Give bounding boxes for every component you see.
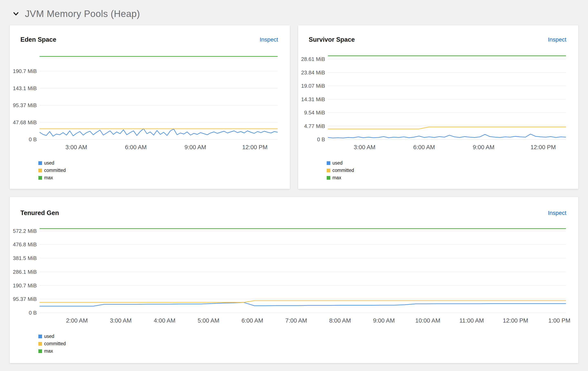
svg-text:143.1 MiB: 143.1 MiB	[13, 85, 37, 91]
svg-text:190.7 MiB: 190.7 MiB	[13, 68, 37, 74]
svg-text:6:00 AM: 6:00 AM	[242, 317, 263, 324]
inspect-link[interactable]: Inspect	[548, 210, 566, 216]
used-legend-swatch	[327, 161, 330, 165]
committed-series-line	[328, 127, 566, 129]
section-collapse-button[interactable]	[12, 10, 20, 18]
panel-title: Survivor Space	[309, 36, 355, 43]
legend-label: max	[44, 348, 53, 354]
svg-text:12:00 PM: 12:00 PM	[530, 144, 556, 151]
svg-text:8:00 AM: 8:00 AM	[329, 317, 351, 324]
legend-label: max	[44, 175, 53, 181]
svg-text:190.7 MiB: 190.7 MiB	[13, 283, 37, 289]
legend-item-used[interactable]: used	[327, 160, 578, 166]
svg-text:7:00 AM: 7:00 AM	[285, 317, 307, 324]
used-series-line	[40, 129, 278, 136]
chart-legend: usedcommittedmax	[38, 334, 578, 354]
svg-text:286.1 MiB: 286.1 MiB	[13, 269, 37, 275]
svg-text:3:00 AM: 3:00 AM	[65, 144, 87, 151]
svg-text:6:00 AM: 6:00 AM	[413, 144, 435, 151]
svg-text:2:00 AM: 2:00 AM	[66, 317, 88, 324]
svg-text:11:00 AM: 11:00 AM	[459, 317, 484, 324]
svg-text:0 B: 0 B	[29, 310, 37, 316]
svg-text:381.5 MiB: 381.5 MiB	[13, 255, 37, 261]
svg-text:19.07 MiB: 19.07 MiB	[301, 83, 325, 89]
svg-text:95.37 MiB: 95.37 MiB	[13, 296, 37, 302]
legend-label: used	[332, 160, 343, 166]
tenured-gen-chart-svg: 0 B95.37 MiB190.7 MiB286.1 MiB381.5 MiB4…	[10, 224, 578, 328]
legend-item-used[interactable]: used	[38, 334, 578, 339]
inspect-link[interactable]: Inspect	[260, 36, 278, 43]
max-legend-swatch	[38, 349, 42, 353]
svg-text:4.77 MiB: 4.77 MiB	[304, 123, 325, 129]
panel-header: Survivor Space Inspect	[298, 36, 578, 43]
legend-label: committed	[44, 168, 66, 173]
used-series-line	[328, 134, 566, 138]
committed-legend-swatch	[38, 342, 42, 346]
eden-space-panel: Eden Space Inspect 0 B47.68 MiB95.37 MiB…	[10, 25, 290, 189]
committed-legend-swatch	[38, 169, 42, 172]
svg-text:6:00 AM: 6:00 AM	[125, 144, 147, 151]
eden-space-chart: 0 B47.68 MiB95.37 MiB143.1 MiB190.7 MiB3…	[10, 50, 290, 155]
panel-title: Tenured Gen	[21, 209, 59, 217]
svg-text:4:00 AM: 4:00 AM	[154, 317, 175, 324]
svg-text:95.37 MiB: 95.37 MiB	[13, 102, 37, 108]
svg-text:9:00 AM: 9:00 AM	[473, 144, 494, 151]
panel-header: Eden Space Inspect	[10, 36, 290, 43]
panel-title: Eden Space	[21, 36, 56, 43]
used-legend-swatch	[38, 161, 42, 165]
legend-label: committed	[44, 341, 66, 347]
section-header: JVM Memory Pools (Heap)	[0, 0, 588, 19]
legend-label: committed	[332, 168, 354, 173]
chart-legend: usedcommittedmax	[38, 160, 290, 181]
svg-text:28.61 MiB: 28.61 MiB	[301, 56, 325, 62]
svg-text:476.8 MiB: 476.8 MiB	[13, 241, 37, 248]
eden-space-chart-svg: 0 B47.68 MiB95.37 MiB143.1 MiB190.7 MiB3…	[10, 50, 290, 154]
committed-series-line	[40, 301, 566, 303]
legend-item-max[interactable]: max	[38, 175, 290, 181]
survivor-space-chart-svg: 0 B4.77 MiB9.54 MiB14.31 MiB19.07 MiB23.…	[298, 50, 578, 154]
svg-text:9:00 AM: 9:00 AM	[373, 317, 395, 324]
svg-text:1:00 PM: 1:00 PM	[548, 317, 570, 324]
chevron-down-icon	[13, 11, 19, 17]
svg-text:5:00 AM: 5:00 AM	[198, 317, 219, 324]
legend-label: max	[332, 175, 341, 181]
svg-text:3:00 AM: 3:00 AM	[110, 317, 131, 324]
svg-text:9:00 AM: 9:00 AM	[185, 144, 206, 151]
svg-text:12:00 PM: 12:00 PM	[503, 317, 528, 324]
max-legend-swatch	[327, 176, 330, 180]
svg-text:12:00 PM: 12:00 PM	[242, 144, 267, 151]
section-title: JVM Memory Pools (Heap)	[25, 8, 140, 19]
inspect-link[interactable]: Inspect	[548, 36, 566, 43]
svg-text:14.31 MiB: 14.31 MiB	[301, 96, 325, 102]
svg-text:3:00 AM: 3:00 AM	[354, 144, 376, 151]
legend-item-max[interactable]: max	[327, 175, 578, 181]
svg-text:0 B: 0 B	[317, 136, 325, 142]
max-legend-swatch	[38, 176, 42, 180]
svg-text:23.84 MiB: 23.84 MiB	[301, 69, 325, 76]
survivor-space-panel: Survivor Space Inspect 0 B4.77 MiB9.54 M…	[298, 25, 578, 189]
svg-text:10:00 AM: 10:00 AM	[415, 317, 440, 324]
legend-item-committed[interactable]: committed	[38, 168, 290, 173]
used-series-line	[40, 303, 566, 306]
survivor-space-chart: 0 B4.77 MiB9.54 MiB14.31 MiB19.07 MiB23.…	[298, 50, 578, 155]
used-legend-swatch	[38, 335, 42, 338]
legend-item-max[interactable]: max	[38, 348, 578, 354]
committed-legend-swatch	[327, 169, 330, 172]
legend-label: used	[44, 334, 54, 339]
tenured-gen-chart: 0 B95.37 MiB190.7 MiB286.1 MiB381.5 MiB4…	[10, 224, 578, 329]
legend-label: used	[44, 160, 54, 166]
legend-item-committed[interactable]: committed	[38, 341, 578, 347]
svg-text:9.54 MiB: 9.54 MiB	[304, 109, 325, 116]
svg-text:47.68 MiB: 47.68 MiB	[13, 119, 37, 126]
panel-header: Tenured Gen Inspect	[10, 209, 578, 217]
legend-item-committed[interactable]: committed	[327, 168, 578, 173]
svg-text:572.2 MiB: 572.2 MiB	[13, 228, 37, 234]
top-panel-row: Eden Space Inspect 0 B47.68 MiB95.37 MiB…	[10, 25, 578, 189]
legend-item-used[interactable]: used	[38, 160, 290, 166]
tenured-gen-panel: Tenured Gen Inspect 0 B95.37 MiB190.7 Mi…	[10, 197, 578, 363]
svg-text:0 B: 0 B	[29, 136, 37, 142]
chart-legend: usedcommittedmax	[327, 160, 578, 181]
